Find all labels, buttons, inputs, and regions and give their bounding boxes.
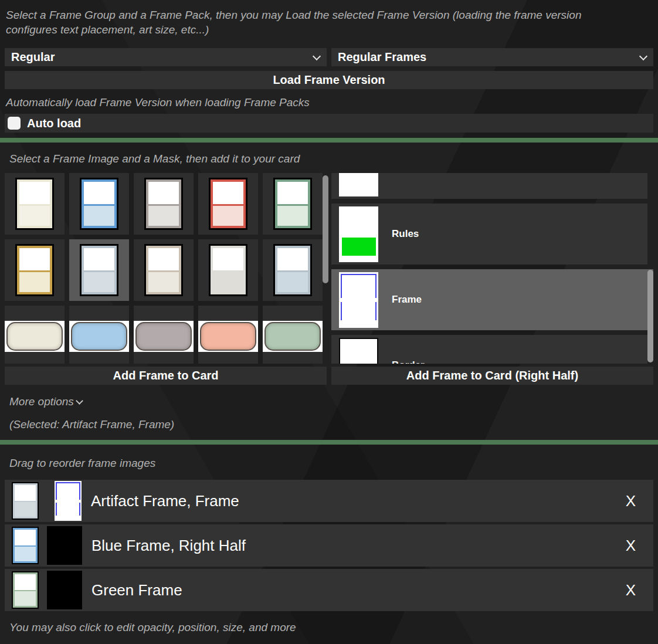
- chevron-down-icon: [639, 52, 647, 60]
- frame-thumbnail-green-frame[interactable]: [263, 173, 323, 235]
- more-options-toggle[interactable]: More options: [9, 394, 82, 409]
- frame-layer-label: Green Frame: [91, 581, 182, 599]
- frame-picker-instructions: Select a Frame Image and a Mask, then ad…: [9, 151, 300, 166]
- load-frame-version-button[interactable]: Load Frame Version: [5, 71, 653, 89]
- more-options-label: More options: [9, 395, 74, 408]
- frame-thumbnail-white-frame[interactable]: [5, 173, 65, 235]
- frame-thumbnail-gray-pt-box[interactable]: [134, 306, 194, 364]
- frame-pack-select[interactable]: Regular Frames: [331, 48, 653, 66]
- section-divider: [0, 440, 658, 445]
- frame-layer-row[interactable]: Blue Frame, Right Half X: [5, 524, 653, 567]
- frame-layer-image: [12, 527, 39, 564]
- frame-thumbnail-blue-pt-box[interactable]: [69, 306, 129, 364]
- frame-thumbnail-gray-frame[interactable]: [134, 173, 194, 235]
- pt-box-image: [69, 321, 129, 352]
- mask-preview-image: [339, 338, 378, 364]
- frame-thumbnail-blue-frame[interactable]: [69, 173, 129, 235]
- frame-layer-label: Blue Frame, Right Half: [91, 537, 246, 555]
- auto-load-checkbox[interactable]: [8, 117, 21, 130]
- frame-thumbnail-white-pt-box[interactable]: [5, 306, 65, 364]
- edit-hint-note: You may also click to edit opacity, posi…: [9, 620, 296, 635]
- mask-item-border[interactable]: Border: [331, 335, 647, 364]
- card-frame-image: [15, 178, 54, 230]
- card-frame-image: [144, 244, 183, 296]
- frame-thumbnail-red-pt-box[interactable]: [198, 306, 258, 364]
- frame-layer-row[interactable]: Artifact Frame, Frame X: [5, 480, 653, 522]
- pt-box-image: [5, 321, 65, 352]
- card-frame-image: [209, 244, 247, 296]
- mask-item-rules[interactable]: Rules: [331, 204, 647, 265]
- card-frame-image: [273, 178, 312, 230]
- selected-frame-note: (Selected: Artifact Frame, Frame): [9, 417, 174, 432]
- frame-thumbnail-artifact-frame[interactable]: [69, 239, 129, 301]
- frame-image-grid: [5, 173, 328, 364]
- remove-frame-button[interactable]: X: [626, 581, 636, 599]
- pt-box-image: [134, 321, 194, 352]
- frame-thumbnail-green-pt-box[interactable]: [263, 306, 323, 364]
- card-frame-image: [80, 178, 118, 230]
- frame-thumbnail-colorless-frame[interactable]: [198, 239, 258, 301]
- chevron-down-icon: [313, 52, 321, 60]
- auto-load-label: Auto load: [27, 117, 81, 130]
- card-frame-image: [209, 178, 247, 230]
- card-frame-image: [15, 244, 54, 296]
- add-frame-right-half-button[interactable]: Add Frame to Card (Right Half): [331, 367, 653, 385]
- frame-group-value: Regular: [11, 50, 55, 64]
- frame-thumbnail-white-textured-frame[interactable]: [134, 239, 194, 301]
- frame-layer-mask-image: [47, 571, 82, 609]
- auto-load-note: Automatically load Frame Version when lo…: [6, 95, 310, 110]
- reorder-instructions: Drag to reorder frame images: [9, 456, 155, 470]
- frame-pack-value: Regular Frames: [338, 50, 426, 64]
- frame-thumbnail-artifact-frame-alt[interactable]: [263, 239, 323, 301]
- mask-preview-image: [339, 272, 378, 328]
- mask-preview-image: [339, 173, 378, 196]
- frame-layer-image: [12, 482, 39, 520]
- mask-list-scrollbar[interactable]: [647, 270, 653, 362]
- frame-layer-label: Artifact Frame, Frame: [91, 492, 239, 510]
- frame-layer-mask-image: [47, 526, 82, 565]
- frame-version-instructions: Select a Frame Group and a Frame Pack, t…: [6, 8, 620, 37]
- frame-grid-scrollbar[interactable]: [323, 175, 328, 283]
- mask-item-frame[interactable]: Frame: [331, 269, 653, 330]
- mask-label: Frame: [392, 294, 422, 306]
- auto-load-row: Auto load: [5, 114, 653, 133]
- card-frame-image: [144, 178, 183, 230]
- mask-label: Border: [392, 360, 425, 364]
- remove-frame-button[interactable]: X: [626, 537, 636, 555]
- remove-frame-button[interactable]: X: [626, 492, 636, 510]
- mask-item[interactable]: [331, 173, 647, 199]
- mask-list: Rules Frame Border: [331, 173, 653, 364]
- pt-box-image: [263, 321, 323, 352]
- card-frame-image: [80, 244, 118, 296]
- mask-label: Rules: [392, 228, 419, 240]
- mask-preview-image: [339, 206, 378, 262]
- frame-group-select[interactable]: Regular: [5, 48, 327, 66]
- card-frame-image: [273, 244, 312, 296]
- chevron-down-icon: [76, 397, 83, 405]
- frame-thumbnail-gold-frame[interactable]: [5, 239, 65, 301]
- frame-layer-mask-image: [55, 481, 82, 521]
- pt-box-image: [198, 321, 258, 352]
- frame-layer-image: [12, 571, 39, 609]
- frame-thumbnail-red-frame[interactable]: [198, 173, 258, 235]
- frame-layer-row[interactable]: Green Frame X: [5, 569, 653, 611]
- section-divider: [0, 138, 658, 143]
- add-frame-button[interactable]: Add Frame to Card: [5, 367, 327, 385]
